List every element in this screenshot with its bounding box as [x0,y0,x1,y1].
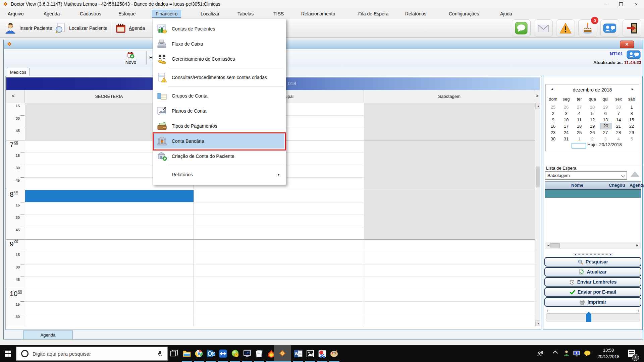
start-button[interactable] [0,345,16,362]
toolbar-exit-button[interactable] [623,19,641,37]
agenda-close-button[interactable]: ✕ [620,41,634,48]
schedule-vscrollbar[interactable]: ▲▼ [535,103,540,326]
microphone-icon[interactable] [158,351,162,357]
calendar-day[interactable]: 28 [612,129,625,136]
tray-people-icon[interactable] [537,350,544,359]
menu-item-estoque[interactable]: Estoque [116,10,138,18]
taskbar-app-notes[interactable] [254,348,265,359]
vscroll-thumb[interactable] [536,167,540,187]
scroll-left-icon[interactable]: ◄ [547,243,550,247]
calendar-day[interactable]: 31 [560,136,573,142]
scroll-up-icon[interactable]: ▲ [535,103,540,109]
tray-remote-monitor-icon[interactable] [573,350,580,359]
calendar-day[interactable]: 6 [599,110,612,117]
calendar-day[interactable]: 27 [599,129,612,136]
menu-item-agenda[interactable]: Agenda [41,10,62,18]
contacts-icon[interactable] [627,50,641,59]
enviar-lembretes-button[interactable]: Enviar Lembretes [544,277,641,287]
taskbar-app-teamviewer[interactable] [217,348,229,359]
menu-item-contas-de-pacientes[interactable]: Contas de Pacientes [154,21,284,36]
calendar-day[interactable]: 30 [612,104,625,110]
zoom-slider-track[interactable] [546,313,640,321]
calendar-day[interactable]: 12 [586,117,599,123]
calendar-next-icon[interactable]: ► [631,87,634,91]
pesquisar-button[interactable]: Pesquisar [544,257,641,266]
waiting-list-selected-row[interactable] [545,190,641,198]
toolbar-localizar-paciente-button[interactable]: Localizar Paciente [52,20,109,36]
calendar-day[interactable]: 7 [612,110,625,117]
calendar-day[interactable]: 27 [573,104,586,110]
toolbar-inserir-paciente-button[interactable]: Inserir Paciente [2,20,54,36]
menu-item-gerenciamento-de-comissoes[interactable]: Gerenciamento de Comissões [154,51,284,66]
calendar-day[interactable]: 18 [573,123,586,129]
calendar-day[interactable]: 9 [547,117,559,123]
toolbar-contacts-button[interactable] [600,19,619,37]
menu-item-relatorios[interactable]: Relatórios► [154,167,284,182]
calendar-day[interactable]: 26 [560,104,573,110]
taskbar-search[interactable]: Digite aqui para pesquisar [16,347,168,361]
calendar-day[interactable]: 10 [560,117,573,123]
menu-item-cadastros[interactable]: Cadastros [77,10,104,18]
prev-column-arrow[interactable]: < [12,93,15,99]
menu-item-configuracoes[interactable]: Configurações [446,10,482,18]
menu-item-criacao-de-conta-do-paciente[interactable]: Criação de Conta do Paciente [154,148,284,164]
next-column-arrow[interactable]: > [536,93,539,99]
menu-item-consultas-procedimentos-sem-contas-criadas[interactable]: Consultas/Procedimentos sem contas criad… [154,70,284,85]
menu-item-arquivo[interactable]: Arquivo [5,10,26,18]
tab-medicos[interactable]: Médicos [7,68,30,76]
scroll-right-icon[interactable]: ► [636,243,639,247]
menu-item-relacionamento[interactable]: Relacionamento [299,10,338,18]
taskbar-app-task-view[interactable] [168,348,180,359]
taskbar-app-capture-tool[interactable] [317,348,328,359]
calendar-day[interactable]: 21 [612,123,625,129]
imprimir-button[interactable]: Imprimir [544,297,641,307]
calendar-day[interactable]: 2 [547,110,559,117]
calendar-day[interactable]: 8 [625,110,638,117]
calendar-day[interactable]: 30 [547,136,559,142]
maximize-button[interactable] [613,0,629,8]
novo-button[interactable]: Novo [120,50,142,66]
partially-hidden-button[interactable]: H [149,55,153,60]
taskbar-clock[interactable]: 13:58 20/12/2018 [593,347,624,360]
taskbar-app-messenger-green[interactable]: " [229,348,241,359]
menu-item-fluxo-de-caixa[interactable]: Fluxo de Caixa [154,36,284,51]
tab-agenda-bottom[interactable]: Agenda [23,330,73,339]
minimize-button[interactable] [598,0,613,8]
close-button[interactable]: × [629,0,644,8]
calendar-day[interactable]: 1 [625,104,638,110]
calendar-day[interactable]: 19 [586,123,599,129]
taskbar-app-chrome[interactable] [193,348,205,359]
menu-item-financeiro[interactable]: Financeiro [152,10,181,18]
calendar-day[interactable]: 13 [599,117,612,123]
scroll-down-icon[interactable]: ▼ [535,320,540,326]
taskbar-app-doctor-view[interactable] [274,345,291,361]
menu-item-tipos-de-pagamentos[interactable]: Tipos de Pagamentos [154,118,284,133]
menu-item-ajuda[interactable]: Ajuda [497,10,515,18]
toolbar-agenda-button[interactable]: Agenda [113,20,147,36]
taskbar-app-legacy-app[interactable]: +DY [241,348,253,359]
calendar-day[interactable]: 5 [625,136,638,142]
calendar-day[interactable]: 29 [625,129,638,136]
waiting-list-hscrollbar[interactable]: ◄ ► [545,242,641,249]
taskbar-app-paint[interactable] [329,348,340,359]
calendar-day[interactable]: 11 [573,117,586,123]
calendar-day[interactable]: 29 [599,104,612,110]
calendar-day[interactable]: 25 [573,129,586,136]
menu-item-planos-de-conta[interactable]: Planos de Conta [154,103,284,118]
collapse-up-icon[interactable] [631,171,639,177]
taskbar-app-photos[interactable] [305,348,316,359]
calendar-day[interactable]: 4 [573,110,586,117]
toolbar-mail-button[interactable] [534,19,553,37]
menu-item-fila-de-espera[interactable]: Fila de Espera [356,10,391,18]
atualizar-button[interactable]: Atualizar [544,267,641,277]
toolbar-alerts-button[interactable] [556,19,575,37]
calendar-day[interactable]: 23 [547,129,559,136]
menu-item-relatorios[interactable]: Relatórios [402,10,429,18]
calendar-day[interactable]: 26 [586,129,599,136]
calendar-day[interactable]: 3 [560,110,573,117]
taskbar-app-outlook[interactable] [205,348,217,359]
menu-item-grupos-de-conta[interactable]: Grupos de Conta [154,88,284,103]
calendar-day[interactable]: 5 [586,110,599,117]
calendar-day[interactable]: 3 [599,136,612,142]
taskbar-app-file-explorer[interactable] [181,348,193,359]
